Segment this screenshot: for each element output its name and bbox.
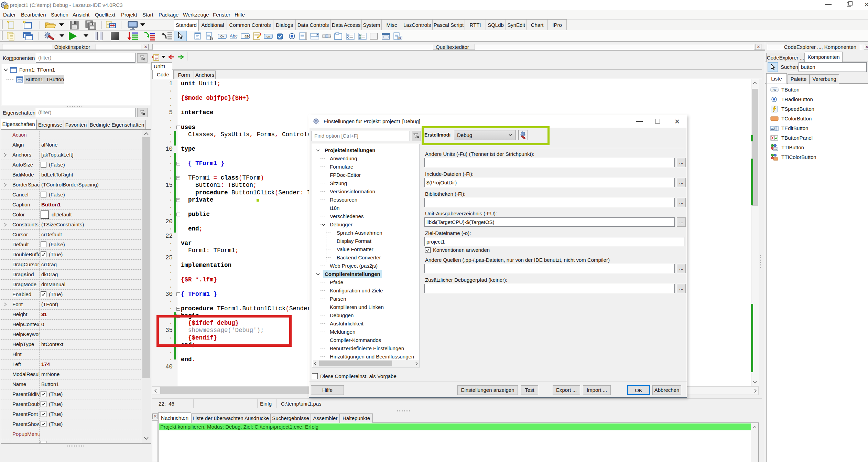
svg-text:Ok: Ok (398, 37, 401, 39)
svg-text:on: on (267, 35, 270, 38)
svg-text:ok: ok (774, 148, 777, 150)
svg-text:ab: ab (771, 127, 774, 130)
svg-text:Ok: Ok (220, 35, 224, 38)
svg-text:Abc: Abc (230, 33, 238, 39)
svg-text:abc: abc (245, 34, 250, 38)
svg-text:Ok: Ok (773, 88, 777, 92)
